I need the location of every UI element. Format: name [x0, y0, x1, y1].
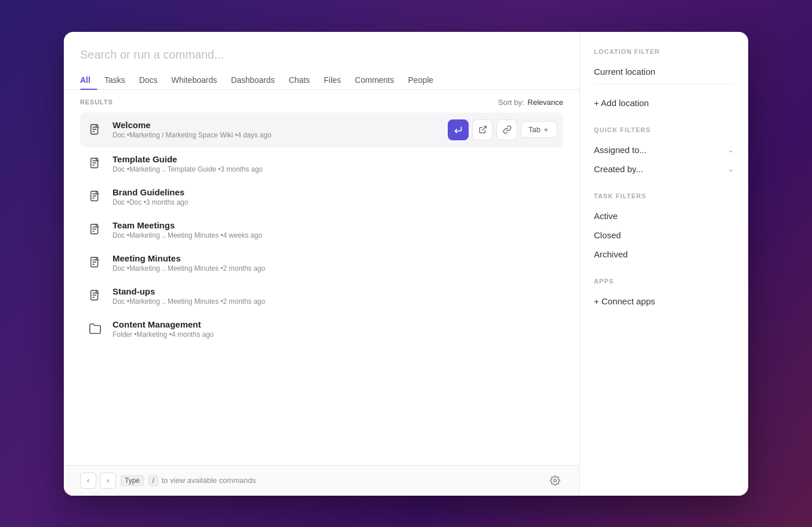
result-info-content-management: Content Management Folder •Marketing •4 …	[113, 319, 557, 339]
chevron-down-icon: ⌄	[727, 145, 734, 154]
result-info-stand-ups: Stand-ups Doc •Marketing .. Meeting Minu…	[113, 286, 557, 306]
result-item-content-management[interactable]: Content Management Folder •Marketing •4 …	[80, 312, 563, 346]
result-item-team-meetings[interactable]: Team Meetings Doc •Marketing .. Meeting …	[80, 213, 563, 246]
result-meta: Doc •Marketing .. Template Guide •3 mont…	[113, 165, 557, 173]
location-filter-section: LOCATION FILTER Current location + Add l…	[594, 48, 734, 112]
doc-icon	[86, 286, 104, 305]
doc-icon	[86, 253, 104, 272]
result-info-template-guide: Template Guide Doc •Marketing .. Templat…	[113, 154, 557, 173]
bottom-hint: Type / to view available commands	[119, 475, 256, 486]
current-location-filter[interactable]: Current location	[594, 62, 734, 81]
sort-by-value[interactable]: Relevance	[528, 98, 563, 107]
result-info-team-meetings: Team Meetings Doc •Marketing .. Meeting …	[113, 220, 557, 239]
tab-tasks[interactable]: Tasks	[97, 71, 132, 89]
slash-key: /	[148, 475, 158, 486]
doc-icon	[86, 187, 104, 206]
folder-icon	[86, 319, 104, 338]
result-actions-welcome: Tab	[448, 119, 557, 140]
search-modal: Search or run a command... All Tasks Doc…	[64, 32, 748, 496]
bottom-nav: ‹ › Type / to view available commands	[80, 473, 256, 489]
add-location-filter[interactable]: + Add location	[594, 93, 734, 112]
nav-prev-button[interactable]: ‹	[80, 473, 96, 489]
closed-filter[interactable]: Closed	[594, 226, 734, 245]
result-name: Brand Guidelines	[113, 187, 557, 197]
tab-comments[interactable]: Comments	[348, 71, 401, 89]
search-area: Search or run a command...	[64, 32, 579, 61]
location-filter-title: LOCATION FILTER	[594, 48, 734, 55]
result-name: Template Guide	[113, 154, 557, 164]
result-item-welcome[interactable]: Welcome Doc •Marketing / Marketing Space…	[80, 112, 563, 147]
tab-chats[interactable]: Chats	[282, 71, 317, 89]
tab-button[interactable]: Tab	[521, 121, 557, 138]
svg-line-4	[482, 126, 486, 130]
right-panel: LOCATION FILTER Current location + Add l…	[580, 32, 748, 496]
settings-button[interactable]	[547, 473, 563, 489]
assigned-to-dropdown[interactable]: Assigned to... ⌄	[594, 140, 734, 159]
results-label: RESULTS	[80, 99, 113, 106]
chevron-down-icon: ⌄	[727, 164, 734, 173]
result-item-brand-guidelines[interactable]: Brand Guidelines Doc •Doc •3 months ago	[80, 180, 563, 213]
quick-filters-title: QUICK FILTERS	[594, 126, 734, 133]
search-input-wrapper[interactable]: Search or run a command...	[80, 48, 563, 61]
doc-icon	[86, 220, 104, 239]
apps-title: APPS	[594, 278, 734, 285]
quick-filters-section: QUICK FILTERS Assigned to... ⌄ Created b…	[594, 126, 734, 179]
bottom-bar: ‹ › Type / to view available commands	[64, 465, 579, 496]
nav-next-button[interactable]: ›	[100, 473, 116, 489]
tab-people[interactable]: People	[401, 71, 441, 89]
tab-whiteboards[interactable]: Whiteboards	[165, 71, 224, 89]
hint-text: to view available commands	[162, 476, 256, 485]
connect-apps-button[interactable]: + Connect apps	[594, 292, 734, 311]
result-meta: Doc •Marketing / Marketing Space Wiki •4…	[113, 131, 448, 139]
divider	[594, 83, 734, 84]
result-meta: Doc •Marketing .. Meeting Minutes •2 mon…	[113, 297, 557, 306]
result-info-brand-guidelines: Brand Guidelines Doc •Doc •3 months ago	[113, 187, 557, 206]
results-section: RESULTS Sort by: Relevance	[64, 90, 579, 465]
result-name: Welcome	[113, 120, 448, 130]
created-by-label: Created by...	[594, 164, 643, 174]
result-meta: Doc •Marketing .. Meeting Minutes •4 wee…	[113, 231, 557, 239]
tab-files[interactable]: Files	[317, 71, 348, 89]
result-item-template-guide[interactable]: Template Guide Doc •Marketing .. Templat…	[80, 147, 563, 180]
result-name: Content Management	[113, 319, 557, 329]
tab-all[interactable]: All	[80, 71, 97, 89]
sort-by: Sort by: Relevance	[498, 98, 563, 107]
modal-body: Search or run a command... All Tasks Doc…	[64, 32, 748, 496]
result-meta: Folder •Marketing •4 months ago	[113, 330, 557, 339]
result-meta: Doc •Doc •3 months ago	[113, 198, 557, 206]
archived-filter[interactable]: Archived	[594, 245, 734, 264]
result-item-meeting-minutes[interactable]: Meeting Minutes Doc •Marketing .. Meetin…	[80, 246, 563, 279]
task-filters-title: TASK FILTERS	[594, 192, 734, 199]
result-info-meeting-minutes: Meeting Minutes Doc •Marketing .. Meetin…	[113, 253, 557, 272]
copy-link-button[interactable]	[496, 119, 517, 140]
result-name: Stand-ups	[113, 286, 557, 296]
result-name: Team Meetings	[113, 220, 557, 230]
results-header: RESULTS Sort by: Relevance	[80, 90, 563, 112]
tabs-row: All Tasks Docs Whiteboards Dashboards Ch…	[64, 61, 579, 90]
created-by-dropdown[interactable]: Created by... ⌄	[594, 159, 734, 179]
external-link-button[interactable]	[472, 119, 493, 140]
result-item-stand-ups[interactable]: Stand-ups Doc •Marketing .. Meeting Minu…	[80, 279, 563, 312]
doc-icon	[86, 121, 104, 139]
tab-docs[interactable]: Docs	[132, 71, 165, 89]
sort-by-label: Sort by:	[498, 98, 524, 107]
result-info-welcome: Welcome Doc •Marketing / Marketing Space…	[113, 120, 448, 139]
doc-icon	[86, 154, 104, 173]
assigned-to-label: Assigned to...	[594, 145, 647, 155]
enter-button[interactable]	[448, 119, 469, 140]
result-name: Meeting Minutes	[113, 253, 557, 263]
left-panel: Search or run a command... All Tasks Doc…	[64, 32, 580, 496]
tab-dashboards[interactable]: Dashboards	[224, 71, 282, 89]
apps-section: APPS + Connect apps	[594, 278, 734, 311]
svg-point-26	[554, 479, 557, 482]
task-filters-section: TASK FILTERS Active Closed Archived	[594, 192, 734, 264]
active-filter[interactable]: Active	[594, 206, 734, 226]
search-input[interactable]: Search or run a command...	[80, 48, 224, 61]
type-key: Type	[121, 475, 144, 486]
result-meta: Doc •Marketing .. Meeting Minutes •2 mon…	[113, 264, 557, 272]
